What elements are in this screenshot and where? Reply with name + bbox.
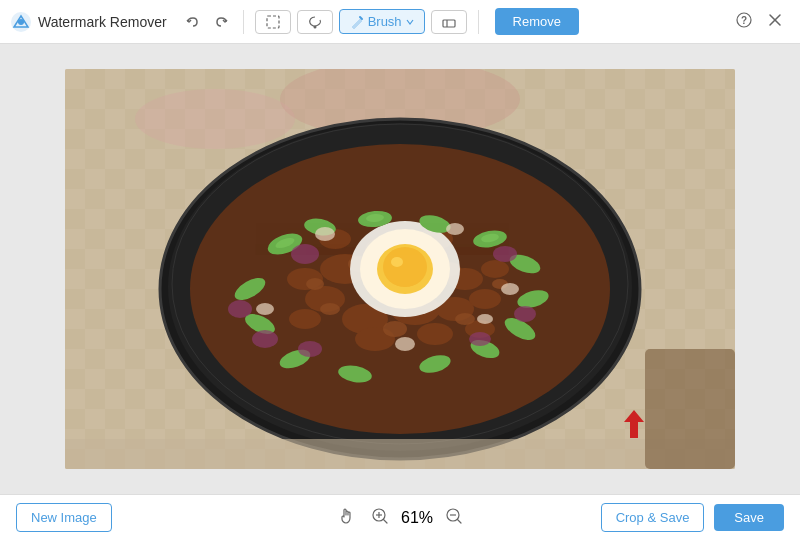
zoom-out-button[interactable] xyxy=(441,505,467,531)
svg-point-35 xyxy=(417,323,453,345)
svg-point-75 xyxy=(315,227,335,241)
bottom-right-actions: Crop & Save Save xyxy=(601,503,784,532)
svg-point-44 xyxy=(306,278,324,290)
svg-point-69 xyxy=(228,300,252,318)
brush-label: Brush xyxy=(368,14,402,29)
separator-1 xyxy=(243,10,244,34)
save-button[interactable]: Save xyxy=(714,504,784,531)
svg-point-71 xyxy=(493,246,517,262)
svg-rect-5 xyxy=(443,20,455,27)
svg-point-50 xyxy=(391,257,403,267)
undo-button[interactable] xyxy=(179,10,207,34)
svg-point-80 xyxy=(477,314,493,324)
brush-dropdown-icon xyxy=(406,18,414,26)
zoom-percent: 61% xyxy=(401,509,433,527)
svg-point-70 xyxy=(252,330,278,348)
app-title: Watermark Remover xyxy=(38,14,167,30)
help-button[interactable]: ? xyxy=(728,8,760,35)
svg-rect-84 xyxy=(645,349,735,469)
app-logo xyxy=(10,11,32,33)
selection-tool-button[interactable] xyxy=(255,10,291,34)
separator-2 xyxy=(478,10,479,34)
svg-point-68 xyxy=(291,244,319,264)
close-button[interactable] xyxy=(760,9,790,34)
svg-point-37 xyxy=(289,309,321,329)
redo-button[interactable] xyxy=(207,10,235,34)
zoom-controls: 61% xyxy=(333,505,467,531)
svg-point-29 xyxy=(469,289,501,309)
svg-point-43 xyxy=(455,313,475,325)
svg-point-17 xyxy=(135,89,295,149)
bottom-left-actions: New Image xyxy=(16,503,112,532)
svg-point-49 xyxy=(383,247,427,287)
svg-point-73 xyxy=(298,341,322,357)
new-image-button[interactable]: New Image xyxy=(16,503,112,532)
svg-text:?: ? xyxy=(741,15,747,26)
zoom-in-button[interactable] xyxy=(367,505,393,531)
svg-rect-86 xyxy=(630,422,638,438)
hand-tool-button[interactable] xyxy=(333,505,359,531)
download-arrow-indicator xyxy=(616,406,652,442)
canvas-area xyxy=(0,44,800,494)
brush-tool-button[interactable]: Brush xyxy=(339,9,425,34)
svg-point-33 xyxy=(481,260,509,278)
svg-point-79 xyxy=(395,337,415,351)
svg-line-93 xyxy=(458,519,462,523)
title-bar: Watermark Remover Brush xyxy=(0,0,800,44)
svg-point-78 xyxy=(256,303,274,315)
svg-line-90 xyxy=(383,519,387,523)
crop-save-button[interactable]: Crop & Save xyxy=(601,503,705,532)
svg-point-4 xyxy=(313,25,316,28)
svg-point-74 xyxy=(469,332,491,346)
svg-point-42 xyxy=(383,321,407,337)
lasso-tool-button[interactable] xyxy=(297,10,333,34)
remove-button[interactable]: Remove xyxy=(495,8,579,35)
svg-point-72 xyxy=(514,306,536,322)
svg-rect-3 xyxy=(267,16,279,28)
bottom-bar-inner: New Image 61% xyxy=(16,503,784,532)
eraser-tool-button[interactable] xyxy=(431,10,467,34)
svg-point-76 xyxy=(446,223,464,235)
svg-rect-83 xyxy=(65,439,735,469)
svg-point-77 xyxy=(501,283,519,295)
svg-point-41 xyxy=(320,303,340,315)
bottom-bar: New Image 61% xyxy=(0,494,800,540)
